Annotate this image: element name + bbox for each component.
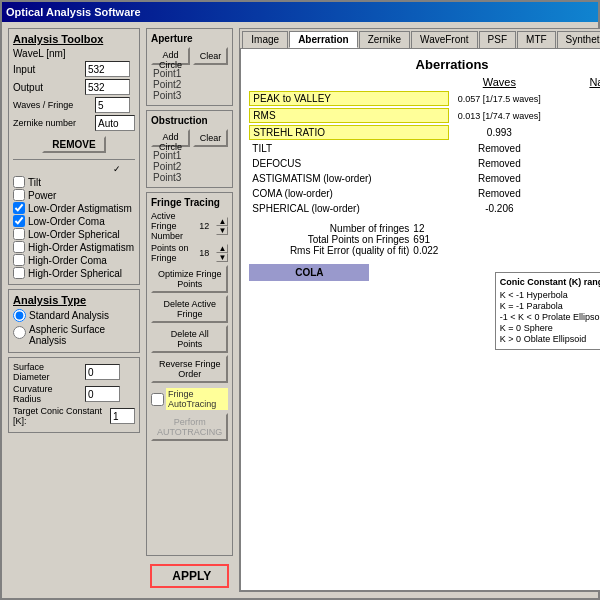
stats-row-0: Number of fringes12 (249, 223, 600, 234)
input-field[interactable] (85, 61, 130, 77)
conic-row-2: -1 < K < 0 Prolate Ellipsoid (500, 312, 600, 322)
aber-row-name-7: SPHERICAL (low-order) (249, 202, 449, 215)
active-fringe-label: Active Fringe Number (151, 211, 192, 241)
aperture-add-circle-button[interactable]: Add Circle (151, 47, 190, 65)
aberration-checkbox-label-3: Low-Order Coma (28, 216, 105, 227)
zernike-field[interactable] (95, 115, 135, 131)
aberration-checkboxes: TiltPowerLow-Order AstigmatismLow-Order … (13, 176, 135, 279)
aberration-checkbox-4[interactable] (13, 228, 25, 240)
perform-autotracing-button[interactable]: Perform AUTOTRACING (151, 413, 228, 441)
tab-wavefront[interactable]: WaveFront (411, 31, 478, 48)
conic-row-3: K = 0 Sphere (500, 323, 600, 333)
curvature-radius-field[interactable] (85, 386, 120, 402)
conic-box: Conic Constant (K) range K < -1 Hyperbol… (495, 272, 600, 350)
aberration-checkbox-2[interactable] (13, 202, 25, 214)
aberration-checkbox-3[interactable] (13, 215, 25, 227)
tab-synthetic[interactable]: Synthetic (557, 31, 600, 48)
stats-rows: Number of fringes12Total Points on Fring… (249, 223, 600, 256)
stats-row-1: Total Points on Fringes691 (249, 234, 600, 245)
aberration-checkbox-row-2: Low-Order Astigmatism (13, 202, 135, 214)
aperture-clear-button[interactable]: Clear (193, 47, 229, 65)
active-fringe-num: 12 (194, 221, 214, 231)
aberration-checkbox-row-5: High-Order Astigmatism (13, 241, 135, 253)
aberration-checkbox-0[interactable] (13, 176, 25, 188)
aspheric-surface-radio[interactable] (13, 326, 26, 339)
target-conic-label: Target Conic Constant [K]: (13, 406, 108, 426)
analysis-type-title: Analysis Type (13, 294, 135, 306)
aberration-data-row-6: COMA (low-order)Removed (249, 187, 600, 200)
tab-aberration[interactable]: Aberration (289, 31, 358, 48)
aber-row-name-4: DEFOCUS (249, 157, 449, 170)
tab-image[interactable]: Image (242, 31, 288, 48)
aberration-checkbox-label-5: High-Order Astigmatism (28, 242, 134, 253)
aberration-checkbox-5[interactable] (13, 241, 25, 253)
obstruction-clear-button[interactable]: Clear (193, 129, 229, 147)
surface-diameter-field[interactable] (85, 364, 120, 380)
input-label: Input (13, 64, 83, 75)
aber-row-name-5: ASTIGMATISM (low-order) (249, 172, 449, 185)
aberration-data-row-2: STREHL RATIO0.993 (249, 125, 600, 140)
middle-panel: Aperture Add Circle Clear Point1 Point2 … (146, 28, 233, 592)
delete-active-fringe-button[interactable]: Delete Active Fringe (151, 295, 228, 323)
fringe-section: Fringe Tracing Active Fringe Number 12 ▲… (146, 192, 233, 556)
aberration-checkbox-row-0: Tilt (13, 176, 135, 188)
aberration-checkbox-row-4: Low-Order Spherical (13, 228, 135, 240)
tab-psf[interactable]: PSF (479, 31, 516, 48)
aberration-checkbox-7[interactable] (13, 267, 25, 279)
target-conic-field[interactable] (110, 408, 135, 424)
tabs-row: Image Aberration Zernike WaveFront PSF M… (240, 29, 600, 48)
points-fringe-down[interactable]: ▼ (216, 253, 228, 262)
aber-row-nm-0: 30.4 nm. (549, 93, 600, 104)
aspheric-surface-label: Aspheric Surface Analysis (29, 324, 135, 346)
standard-analysis-label: Standard Analysis (29, 310, 109, 321)
apply-container: APPLY (146, 560, 233, 592)
points-fringe-up[interactable]: ▲ (216, 244, 228, 253)
analysis-type-section: Analysis Type Standard Analysis Aspheric… (8, 289, 140, 353)
aberration-checkbox-row-6: High-Order Coma (13, 254, 135, 266)
points-on-fringe-label: Points on Fringe (151, 243, 192, 263)
cola-button[interactable]: COLA (249, 264, 369, 281)
reverse-fringe-button[interactable]: Reverse Fringe Order (151, 355, 228, 383)
points-on-fringe-spinner[interactable]: ▲ ▼ (216, 244, 228, 262)
delete-all-points-button[interactable]: Delete All Points (151, 325, 228, 353)
obstruction-add-circle-button[interactable]: Add Circle (151, 129, 190, 147)
conic-row-1: K = -1 Parabola (500, 301, 600, 311)
aber-row-val-7: -0.206 (449, 203, 549, 214)
aberration-data-row-1: RMS0.013 [1/74.7 waves]7.1 nm. (249, 108, 600, 123)
curvature-radius-label: Curvature Radius (13, 384, 83, 404)
aberration-data-row-0: PEAK to VALLEY0.057 [1/17.5 waves]30.4 n… (249, 91, 600, 106)
remove-button[interactable]: REMOVE (42, 136, 105, 153)
optimize-fringe-button[interactable]: Optimize Fringe Points (151, 265, 228, 293)
waves-fringe-field[interactable] (95, 97, 130, 113)
aberration-checkbox-6[interactable] (13, 254, 25, 266)
aberration-checkbox-1[interactable] (13, 189, 25, 201)
aberration-checkbox-label-2: Low-Order Astigmatism (28, 203, 132, 214)
output-field[interactable] (85, 79, 130, 95)
aber-row-nm-7: -109.3 nm. (549, 203, 600, 214)
right-panel: Image Aberration Zernike WaveFront PSF M… (239, 28, 600, 592)
aperture-point2: Point2 (153, 79, 228, 90)
waves-fringe-label: Waves / Fringe (13, 100, 93, 110)
stats-val-0: 12 (413, 223, 453, 234)
title-bar: Optical Analysis Software (2, 2, 598, 22)
aber-row-val-0: 0.057 [1/17.5 waves] (449, 94, 549, 104)
title-text: Optical Analysis Software (6, 6, 141, 18)
apply-button[interactable]: APPLY (150, 564, 229, 588)
fringe-autotrace-checkbox[interactable] (151, 393, 164, 406)
standard-analysis-radio[interactable] (13, 309, 26, 322)
cola-area: COLA (249, 264, 369, 281)
aberration-checkbox-label-1: Power (28, 190, 56, 201)
active-fringe-up[interactable]: ▲ (216, 217, 228, 226)
aber-row-val-5: Removed (449, 173, 549, 184)
tab-mtf[interactable]: MTF (517, 31, 556, 48)
active-fringe-down[interactable]: ▼ (216, 226, 228, 235)
aber-row-val-3: Removed (449, 143, 549, 154)
aber-row-val-4: Removed (449, 158, 549, 169)
tab-zernike[interactable]: Zernike (359, 31, 410, 48)
aberration-checkbox-row-7: High-Order Spherical (13, 267, 135, 279)
active-fringe-spinner[interactable]: ▲ ▼ (216, 217, 228, 235)
aperture-title: Aperture (151, 33, 228, 44)
aberration-data-row-3: TILTRemoved (249, 142, 600, 155)
surface-diameter-label: Surface Diameter (13, 362, 83, 382)
zernike-label: Zernike number (13, 118, 93, 128)
